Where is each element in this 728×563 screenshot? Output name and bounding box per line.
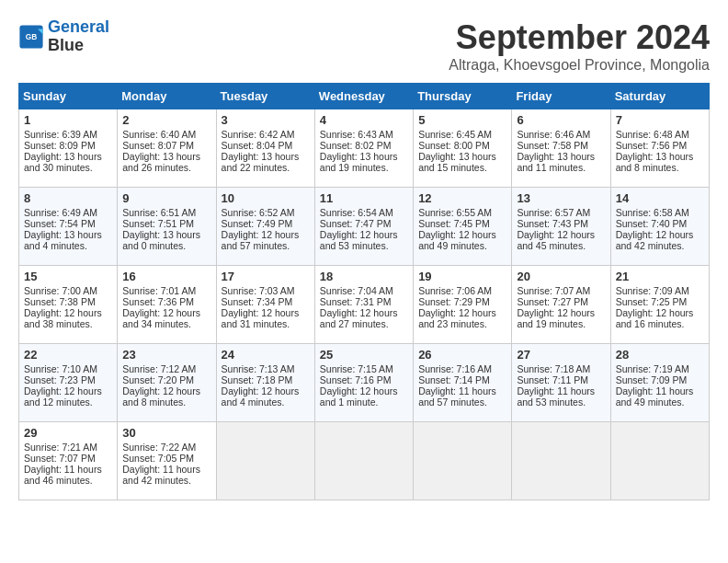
daylight-label: Daylight: 13 hours and 26 minutes. (122, 151, 200, 173)
sunrise-label: Sunrise: 7:00 AM (24, 285, 97, 296)
calendar-cell: 7 Sunrise: 6:48 AM Sunset: 7:56 PM Dayli… (610, 109, 709, 188)
sunset-label: Sunset: 8:00 PM (418, 140, 490, 151)
calendar-cell: 13 Sunrise: 6:57 AM Sunset: 7:43 PM Dayl… (512, 188, 610, 266)
header-saturday: Saturday (610, 84, 709, 109)
sunset-label: Sunset: 7:38 PM (24, 296, 96, 307)
daylight-label: Daylight: 12 hours and 23 minutes. (418, 307, 496, 329)
sunset-label: Sunset: 7:14 PM (418, 374, 490, 385)
header-row: SundayMondayTuesdayWednesdayThursdayFrid… (19, 84, 710, 109)
day-number: 17 (222, 270, 310, 283)
calendar-cell: 24 Sunrise: 7:13 AM Sunset: 7:18 PM Dayl… (216, 344, 314, 422)
logo-text: GeneralBlue (48, 18, 109, 55)
sunset-label: Sunset: 7:23 PM (24, 374, 96, 385)
sunrise-label: Sunrise: 7:03 AM (222, 285, 295, 296)
day-number: 5 (418, 113, 506, 127)
week-row-1: 1 Sunrise: 6:39 AM Sunset: 8:09 PM Dayli… (19, 109, 710, 188)
calendar-cell: 12 Sunrise: 6:55 AM Sunset: 7:45 PM Dayl… (414, 188, 512, 266)
calendar-cell: 20 Sunrise: 7:07 AM Sunset: 7:27 PM Dayl… (512, 266, 610, 344)
sunset-label: Sunset: 7:34 PM (222, 296, 293, 307)
day-number: 1 (24, 113, 112, 127)
daylight-label: Daylight: 13 hours and 22 minutes. (222, 151, 300, 173)
daylight-label: Daylight: 12 hours and 53 minutes. (320, 229, 398, 251)
daylight-label: Daylight: 12 hours and 42 minutes. (616, 229, 694, 251)
day-number: 3 (222, 113, 310, 127)
day-number: 21 (616, 270, 704, 283)
calendar-cell: 25 Sunrise: 7:15 AM Sunset: 7:16 PM Dayl… (314, 344, 413, 422)
week-row-3: 15 Sunrise: 7:00 AM Sunset: 7:38 PM Dayl… (19, 266, 710, 344)
calendar-table: SundayMondayTuesdayWednesdayThursdayFrid… (18, 83, 710, 500)
sunrise-label: Sunrise: 7:01 AM (122, 285, 196, 296)
sunrise-label: Sunrise: 7:15 AM (320, 363, 393, 374)
daylight-label: Daylight: 12 hours and 45 minutes. (517, 229, 595, 251)
daylight-label: Daylight: 12 hours and 8 minutes. (122, 385, 200, 408)
svg-text:GB: GB (26, 32, 38, 41)
sunrise-label: Sunrise: 6:52 AM (222, 207, 295, 218)
calendar-cell: 26 Sunrise: 7:16 AM Sunset: 7:14 PM Dayl… (414, 344, 512, 422)
daylight-label: Daylight: 13 hours and 19 minutes. (320, 151, 398, 173)
sunrise-label: Sunrise: 6:49 AM (24, 207, 97, 218)
sunrise-label: Sunrise: 6:55 AM (418, 207, 492, 218)
sunset-label: Sunset: 7:54 PM (24, 218, 96, 229)
sunrise-label: Sunrise: 7:16 AM (418, 363, 492, 374)
sunrise-label: Sunrise: 7:04 AM (320, 285, 393, 296)
day-number: 23 (122, 348, 210, 362)
sunset-label: Sunset: 8:07 PM (122, 140, 194, 151)
sunset-label: Sunset: 7:05 PM (122, 453, 194, 464)
calendar-cell: 16 Sunrise: 7:01 AM Sunset: 7:36 PM Dayl… (118, 266, 216, 344)
day-number: 14 (616, 191, 704, 205)
day-number: 30 (122, 426, 210, 440)
day-number: 19 (418, 270, 506, 283)
daylight-label: Daylight: 12 hours and 57 minutes. (222, 229, 300, 251)
calendar-cell (314, 422, 413, 500)
day-number: 16 (122, 270, 210, 283)
page-header: GB GeneralBlue September 2024 Altraga, K… (18, 18, 710, 74)
day-number: 12 (418, 191, 506, 205)
daylight-label: Daylight: 13 hours and 8 minutes. (616, 151, 694, 173)
sunset-label: Sunset: 7:09 PM (616, 374, 688, 385)
day-number: 20 (517, 270, 605, 283)
daylight-label: Daylight: 12 hours and 19 minutes. (517, 307, 595, 329)
daylight-label: Daylight: 13 hours and 30 minutes. (24, 151, 102, 173)
calendar-cell: 11 Sunrise: 6:54 AM Sunset: 7:47 PM Dayl… (314, 188, 413, 266)
sunset-label: Sunset: 7:58 PM (517, 140, 588, 151)
calendar-cell (414, 422, 512, 500)
sunrise-label: Sunrise: 7:13 AM (222, 363, 295, 374)
daylight-label: Daylight: 12 hours and 34 minutes. (122, 307, 200, 329)
sunrise-label: Sunrise: 6:54 AM (320, 207, 393, 218)
sunset-label: Sunset: 7:51 PM (122, 218, 194, 229)
header-tuesday: Tuesday (216, 84, 314, 109)
sunset-label: Sunset: 7:27 PM (517, 296, 588, 307)
day-number: 28 (616, 348, 704, 362)
calendar-cell: 9 Sunrise: 6:51 AM Sunset: 7:51 PM Dayli… (118, 188, 216, 266)
sunset-label: Sunset: 7:56 PM (616, 140, 688, 151)
calendar-cell: 14 Sunrise: 6:58 AM Sunset: 7:40 PM Dayl… (610, 188, 709, 266)
day-number: 10 (222, 191, 310, 205)
sunrise-label: Sunrise: 7:09 AM (616, 285, 689, 296)
sunrise-label: Sunrise: 7:19 AM (616, 363, 689, 374)
sunrise-label: Sunrise: 7:22 AM (122, 442, 196, 453)
calendar-cell: 29 Sunrise: 7:21 AM Sunset: 7:07 PM Dayl… (19, 422, 118, 500)
calendar-cell: 18 Sunrise: 7:04 AM Sunset: 7:31 PM Dayl… (314, 266, 413, 344)
day-number: 24 (222, 348, 310, 362)
sunrise-label: Sunrise: 6:42 AM (222, 129, 295, 140)
daylight-label: Daylight: 12 hours and 4 minutes. (222, 385, 300, 408)
calendar-cell: 2 Sunrise: 6:40 AM Sunset: 8:07 PM Dayli… (118, 109, 216, 188)
sunrise-label: Sunrise: 7:12 AM (122, 363, 196, 374)
day-number: 8 (24, 191, 112, 205)
calendar-cell: 6 Sunrise: 6:46 AM Sunset: 7:58 PM Dayli… (512, 109, 610, 188)
sunrise-label: Sunrise: 7:18 AM (517, 363, 590, 374)
header-friday: Friday (512, 84, 610, 109)
calendar-cell (610, 422, 709, 500)
daylight-label: Daylight: 13 hours and 11 minutes. (517, 151, 595, 173)
calendar-cell: 17 Sunrise: 7:03 AM Sunset: 7:34 PM Dayl… (216, 266, 314, 344)
sunrise-label: Sunrise: 6:40 AM (122, 129, 196, 140)
calendar-cell: 19 Sunrise: 7:06 AM Sunset: 7:29 PM Dayl… (414, 266, 512, 344)
calendar-cell: 8 Sunrise: 6:49 AM Sunset: 7:54 PM Dayli… (19, 188, 118, 266)
sunset-label: Sunset: 7:40 PM (616, 218, 688, 229)
day-number: 6 (517, 113, 605, 127)
day-number: 27 (517, 348, 605, 362)
day-number: 9 (122, 191, 210, 205)
title-block: September 2024 Altraga, Khoevsgoel Provi… (449, 18, 710, 74)
sunrise-label: Sunrise: 6:46 AM (517, 129, 590, 140)
day-number: 22 (24, 348, 112, 362)
